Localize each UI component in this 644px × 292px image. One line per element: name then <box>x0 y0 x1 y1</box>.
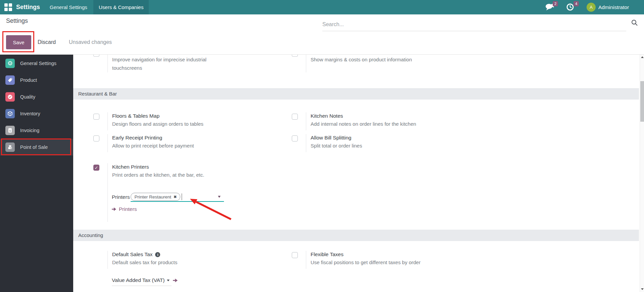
sidebar-item-inventory[interactable]: Inventory <box>0 105 73 122</box>
setting-title: Flexible Taxes <box>311 251 485 258</box>
arrow-right-icon <box>112 207 117 211</box>
tax-internal-link[interactable] <box>173 278 178 283</box>
sidebar-item-point-of-sale[interactable]: % Point of Sale <box>0 139 73 156</box>
control-panel: Settings Save Discard Unsaved changes <box>0 14 644 55</box>
setting-description: Show margins & costs on product informat… <box>311 55 485 64</box>
setting-box-margins-costs: Show margins & costs on product informat… <box>292 55 485 72</box>
invoice-icon: $ <box>5 126 15 135</box>
cash-register-icon: % <box>5 142 15 152</box>
bill-splitting-checkbox[interactable] <box>292 135 298 141</box>
setting-title: Allow Bill Splitting <box>311 134 485 141</box>
setting-title: Floors & Tables Map <box>112 112 286 120</box>
breadcrumb[interactable]: Settings <box>6 17 28 24</box>
apps-grid-icon[interactable] <box>4 3 12 11</box>
remove-tag-icon[interactable]: ✖ <box>174 195 177 199</box>
select-caret-icon <box>167 280 170 281</box>
setting-description: Use fiscal positions to get different ta… <box>311 258 485 267</box>
activities-badge: 4 <box>573 1 579 6</box>
default-sales-tax-select[interactable]: Value Added Tax (VAT) <box>112 277 178 283</box>
setting-title: Early Receipt Printing <box>112 134 286 141</box>
cube-icon <box>5 109 15 118</box>
search-icon[interactable] <box>631 19 638 26</box>
setting-box-touchscreens: Improve navigation for imprecise industr… <box>93 55 286 72</box>
sidebar-item-invoicing[interactable]: $ Invoicing <box>0 122 73 139</box>
section-header-accounting: Accounting <box>73 230 639 241</box>
kitchen-notes-checkbox[interactable] <box>292 114 298 120</box>
top-navbar: Settings General Settings Users & Compan… <box>0 0 644 14</box>
tag-icon <box>5 75 15 85</box>
setting-description: Improve navigation for imprecise industr… <box>112 55 225 72</box>
sidebar-item-general-settings[interactable]: ⚙ General Settings <box>0 55 73 72</box>
scrollbar-thumb[interactable] <box>640 81 644 122</box>
printers-field-row: Printers Printer Restaurent ✖ <box>112 192 224 202</box>
discard-button[interactable]: Discard <box>35 35 58 49</box>
user-menu[interactable]: Administrator <box>598 0 629 14</box>
settings-sidebar: ⚙ General Settings Product Quality <box>0 55 73 292</box>
printer-tag: Printer Restaurent ✖ <box>131 193 180 201</box>
unsaved-changes-label: Unsaved changes <box>69 35 112 49</box>
menu-users-companies[interactable]: Users & Companies <box>93 0 149 14</box>
kitchen-printers-checkbox[interactable] <box>93 165 99 171</box>
quality-badge-icon <box>5 92 15 102</box>
settings-content: Improve navigation for imprecise industr… <box>73 55 639 292</box>
printers-tags-input[interactable]: Printer Restaurent ✖ <box>131 192 224 202</box>
dropdown-caret-icon[interactable] <box>218 196 221 198</box>
activities-clock-icon[interactable] <box>566 3 574 11</box>
user-avatar[interactable]: A <box>587 3 596 12</box>
printers-internal-link[interactable]: Printers <box>112 206 137 212</box>
select-underline <box>112 286 172 286</box>
setting-description: Allow to print receipt before payment <box>112 141 286 150</box>
setting-description: Default sales tax for products <box>112 258 286 267</box>
sidebar-item-quality[interactable]: Quality <box>0 89 73 105</box>
vertical-scrollbar[interactable] <box>640 55 644 292</box>
settings-page: Settings General Settings Users & Compan… <box>0 0 644 292</box>
setting-description: Add internal notes on order lines for th… <box>311 120 485 128</box>
floors-tables-map-checkbox[interactable] <box>93 114 99 120</box>
printers-field-label: Printers <box>112 194 130 200</box>
flexible-taxes-checkbox[interactable] <box>292 252 298 258</box>
setting-description: Design floors and assign orders to table… <box>112 120 286 128</box>
setting-title: Default Sales Taxi <box>112 251 286 258</box>
scroll-up-button[interactable] <box>640 55 644 60</box>
scroll-down-button[interactable] <box>640 287 644 292</box>
search-input[interactable] <box>322 18 626 31</box>
text-caret <box>182 193 182 200</box>
menu-general-settings[interactable]: General Settings <box>44 0 93 14</box>
setting-title: Kitchen Notes <box>311 112 485 120</box>
gear-icon: ⚙ <box>5 59 15 68</box>
info-icon[interactable]: i <box>155 252 160 257</box>
app-title[interactable]: Settings <box>16 0 40 14</box>
sidebar-item-product[interactable]: Product <box>0 72 73 89</box>
section-header-restaurant-bar: Restaurant & Bar <box>73 88 639 100</box>
save-button[interactable]: Save <box>6 35 31 49</box>
setting-title: Kitchen Printers <box>112 163 286 171</box>
svg-text:$: $ <box>9 129 11 132</box>
messages-badge: 2 <box>553 1 558 6</box>
arrow-right-icon <box>173 278 178 283</box>
setting-description: Split total or order lines <box>311 141 485 150</box>
early-receipt-checkbox[interactable] <box>93 135 99 141</box>
svg-text:%: % <box>10 147 12 149</box>
setting-description: Print orders at the kitchen, at the bar,… <box>112 171 286 179</box>
